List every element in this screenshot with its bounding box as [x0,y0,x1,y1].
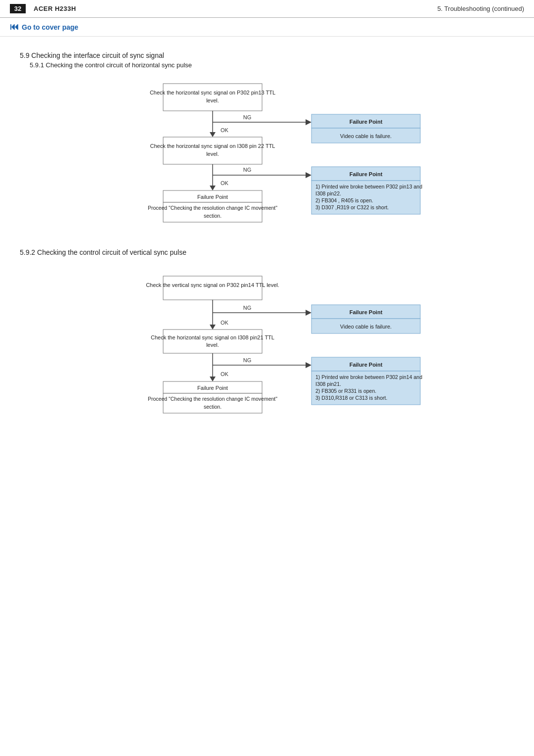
svg-text:Failure Point: Failure Point [197,194,228,200]
svg-rect-46 [163,330,262,353]
svg-text:NG: NG [243,114,252,120]
svg-text:OK: OK [221,127,229,133]
svg-text:Video cable is failure.: Video cable is failure. [340,133,392,139]
svg-text:Check the horizontal sync sign: Check the horizontal sync signal on P302… [150,90,275,95]
svg-text:level.: level. [206,97,219,103]
svg-marker-39 [306,310,312,316]
svg-rect-34 [163,276,262,300]
section-59-title: 5.9 Checking the interface circuit of sy… [20,51,514,59]
svg-text:Failure Point: Failure Point [350,362,383,368]
svg-marker-19 [306,172,312,178]
page-header: 32 ACER H233H 5. Troubleshooting (contin… [0,0,534,18]
svg-text:OK: OK [221,180,229,186]
svg-marker-52 [306,362,312,368]
svg-text:Check the horizontal sync sign: Check the horizontal sync signal on I308… [150,143,275,149]
svg-marker-4 [210,132,216,137]
svg-text:NG: NG [243,357,252,363]
svg-text:I308 pin22.: I308 pin22. [315,190,341,196]
svg-text:3) D310,R318 or C313  is short: 3) D310,R318 or C313 is short. [315,395,387,401]
section-title-header: 5. Troubleshooting (continued) [437,5,524,12]
diagram-591: Check the horizontal sync signal on P302… [94,79,440,234]
svg-text:level.: level. [206,342,219,348]
svg-text:2) FB304 , R405 is open.: 2) FB304 , R405 is open. [315,197,373,203]
svg-text:Failure Point: Failure Point [350,309,383,315]
svg-marker-6 [306,119,312,125]
subsection-591-title: 5.9.1 Checking the control circuit of ho… [30,61,514,69]
svg-marker-50 [210,377,216,381]
svg-text:Check the horizontal sync sign: Check the horizontal sync signal on I308… [151,334,274,340]
svg-marker-17 [210,186,216,190]
page: 32 ACER H233H 5. Troubleshooting (contin… [0,0,534,756]
svg-text:section.: section. [204,213,222,219]
svg-text:1) Printed wire broke between : 1) Printed wire broke between P302 pin13… [315,184,422,189]
svg-text:OK: OK [221,320,229,326]
cover-page-link[interactable]: ⏮ Go to cover page [0,18,534,37]
svg-text:Check the vertical sync signal: Check the vertical sync signal on P302 p… [146,282,279,288]
svg-text:Failure Point: Failure Point [350,171,383,177]
brand-title: ACER H233H [34,5,76,12]
svg-text:3) D307 ,R319 or  C322  is sho: 3) D307 ,R319 or C322 is short. [315,204,389,210]
svg-text:Proceed "Checking the resoluti: Proceed "Checking the resolution change … [148,396,277,402]
svg-text:I308 pin21.: I308 pin21. [315,381,341,387]
main-content: 5.9 Checking the interface circuit of sy… [0,37,534,436]
svg-text:Failure Point: Failure Point [350,119,383,125]
svg-text:1) Printed wire broke between : 1) Printed wire broke between P302 pin14… [315,374,422,380]
flowchart-591: Check the horizontal sync signal on P302… [94,79,440,232]
flowchart-592: Check the vertical sync signal on P302 p… [94,271,440,425]
svg-text:level.: level. [206,151,219,157]
svg-text:Proceed "Checking the resoluti: Proceed "Checking the resolution change … [148,205,277,211]
page-number: 32 [10,4,26,13]
svg-marker-37 [210,325,216,330]
diagram-592: Check the vertical sync signal on P302 p… [94,271,440,426]
svg-text:NG: NG [243,167,252,173]
svg-text:2) FB305 or R331 is open.: 2) FB305 or R331 is open. [315,388,376,394]
svg-text:NG: NG [243,305,252,311]
svg-text:Failure Point: Failure Point [197,385,228,391]
svg-text:section.: section. [204,404,222,410]
svg-text:Video cable is failure.: Video cable is failure. [340,324,392,330]
cover-page-icon: ⏮ [10,22,19,32]
cover-page-label: Go to cover page [22,23,78,31]
subsection-592-title: 5.9.2 Checking the control circuit of ve… [20,248,514,256]
svg-text:OK: OK [221,371,229,377]
